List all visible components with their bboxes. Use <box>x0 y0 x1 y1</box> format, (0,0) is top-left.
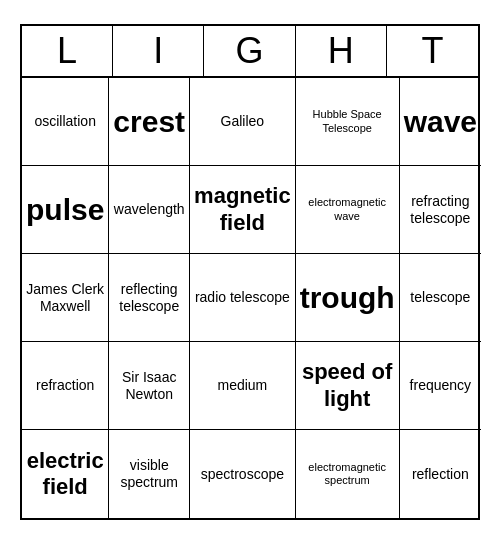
bingo-cell: speed of light <box>296 342 400 430</box>
bingo-cell: frequency <box>400 342 481 430</box>
bingo-cell: visible spectrum <box>109 430 190 518</box>
bingo-cell: refraction <box>22 342 109 430</box>
bingo-grid: oscillationcrestGalileoHubble Space Tele… <box>22 78 478 518</box>
bingo-cell: Galileo <box>190 78 296 166</box>
bingo-cell: spectroscope <box>190 430 296 518</box>
cell-text: refracting telescope <box>404 193 477 227</box>
bingo-cell: medium <box>190 342 296 430</box>
cell-text: wavelength <box>114 201 185 218</box>
header-letter: L <box>22 26 113 76</box>
cell-text: radio telescope <box>195 289 290 306</box>
cell-text: electromagnetic spectrum <box>300 461 395 487</box>
cell-text: medium <box>217 377 267 394</box>
bingo-cell: telescope <box>400 254 481 342</box>
cell-text: pulse <box>26 192 104 228</box>
header-letter: H <box>296 26 387 76</box>
bingo-cell: reflection <box>400 430 481 518</box>
cell-text: telescope <box>410 289 470 306</box>
bingo-cell: oscillation <box>22 78 109 166</box>
cell-text: visible spectrum <box>113 457 185 491</box>
bingo-cell: pulse <box>22 166 109 254</box>
bingo-cell: Hubble Space Telescope <box>296 78 400 166</box>
cell-text: James Clerk Maxwell <box>26 281 104 315</box>
bingo-cell: wavelength <box>109 166 190 254</box>
header-letter: I <box>113 26 204 76</box>
cell-text: electric field <box>26 448 104 501</box>
bingo-cell: trough <box>296 254 400 342</box>
bingo-cell: crest <box>109 78 190 166</box>
cell-text: speed of light <box>300 359 395 412</box>
bingo-cell: electric field <box>22 430 109 518</box>
cell-text: Sir Isaac Newton <box>113 369 185 403</box>
cell-text: reflecting telescope <box>113 281 185 315</box>
cell-text: refraction <box>36 377 94 394</box>
cell-text: electromagnetic wave <box>300 196 395 222</box>
cell-text: wave <box>404 104 477 140</box>
cell-text: crest <box>113 104 185 140</box>
bingo-card: LIGHT oscillationcrestGalileoHubble Spac… <box>20 24 480 520</box>
bingo-cell: refracting telescope <box>400 166 481 254</box>
bingo-header: LIGHT <box>22 26 478 78</box>
bingo-cell: electromagnetic wave <box>296 166 400 254</box>
bingo-cell: radio telescope <box>190 254 296 342</box>
bingo-cell: James Clerk Maxwell <box>22 254 109 342</box>
bingo-cell: magnetic field <box>190 166 296 254</box>
bingo-cell: electromagnetic spectrum <box>296 430 400 518</box>
cell-text: reflection <box>412 466 469 483</box>
cell-text: oscillation <box>34 113 95 130</box>
cell-text: magnetic field <box>194 183 291 236</box>
cell-text: frequency <box>410 377 471 394</box>
header-letter: T <box>387 26 478 76</box>
bingo-cell: Sir Isaac Newton <box>109 342 190 430</box>
header-letter: G <box>204 26 295 76</box>
cell-text: trough <box>300 280 395 316</box>
cell-text: Galileo <box>221 113 265 130</box>
cell-text: spectroscope <box>201 466 284 483</box>
bingo-cell: reflecting telescope <box>109 254 190 342</box>
cell-text: Hubble Space Telescope <box>300 108 395 134</box>
bingo-cell: wave <box>400 78 481 166</box>
